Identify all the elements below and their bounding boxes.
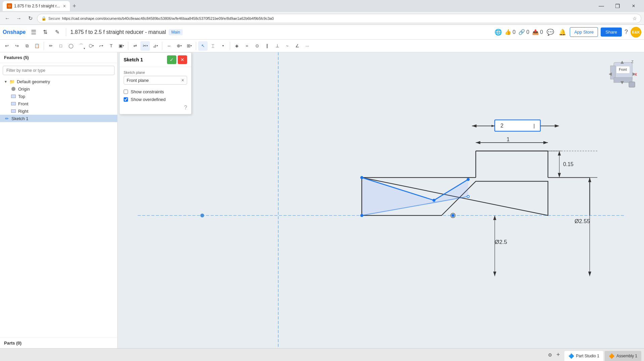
coincident-constraint[interactable]: ⊙: [252, 41, 262, 51]
assembly-tab[interactable]: 🔶 Assembly 1: [605, 351, 641, 361]
arc-tool[interactable]: ⌒▾: [76, 41, 86, 51]
sketch-plane-select[interactable]: Front plane ×: [124, 76, 187, 85]
transform-tool[interactable]: ⊞▾: [184, 41, 194, 51]
tab-title: 1.875 f to 2.5 f straight r...: [14, 4, 60, 8]
assembly-label: Assembly 1: [616, 354, 637, 358]
url-text: https://cad.onshape.com/documents/b40c8e…: [62, 16, 631, 20]
link-button[interactable]: 🔗 0: [518, 29, 529, 35]
header-right: 🌐 👍 0 🔗 0 📤 0 💬 🔔 App Store Share ? E&K: [495, 27, 641, 38]
svg-text:|: |: [533, 123, 535, 128]
front-label: Front: [18, 101, 28, 106]
app-store-button[interactable]: App Store: [570, 27, 598, 37]
svg-point-22: [452, 214, 455, 217]
edit-button[interactable]: ✎: [52, 28, 62, 37]
point-tool[interactable]: •: [218, 41, 228, 51]
show-constraints-checkbox[interactable]: [124, 90, 128, 94]
new-tab-button[interactable]: +: [70, 3, 79, 10]
pencil-tool[interactable]: ✏: [46, 41, 55, 51]
canvas-area[interactable]: Sketch 1 ✓ ✕ Sketch plane Front plane × …: [118, 52, 644, 348]
linear-pattern-tool[interactable]: ↔: [164, 41, 174, 51]
nav-cube[interactable]: Front Z X: [607, 59, 637, 89]
show-overdefined-checkbox[interactable]: [124, 97, 128, 102]
svg-point-17: [360, 176, 363, 179]
notifications-button[interactable]: 🔔: [558, 28, 567, 37]
address-search-button[interactable]: ☆: [633, 16, 637, 21]
svg-rect-53: [610, 66, 615, 79]
mirror-tool[interactable]: ⇌: [130, 41, 140, 51]
address-field[interactable]: 🔒 Secure https://cad.onshape.com/documen…: [37, 14, 641, 23]
close-button[interactable]: ×: [626, 1, 641, 11]
origin-icon: [11, 86, 16, 92]
filter-input[interactable]: [3, 66, 115, 75]
globe-button[interactable]: 🌐: [495, 29, 502, 36]
sketch-cancel-button[interactable]: ✕: [178, 55, 187, 64]
front-face-label: Front: [619, 68, 627, 71]
user-avatar[interactable]: E&K: [631, 27, 641, 38]
construction-tool[interactable]: ⌶: [208, 41, 218, 51]
help-button[interactable]: ?: [625, 29, 628, 36]
undo-button[interactable]: ↩: [2, 41, 11, 51]
back-button[interactable]: ←: [3, 14, 12, 23]
tree-sketch1[interactable]: ✏ Sketch 1: [0, 115, 117, 122]
tree-default-geometry[interactable]: ▼ 📁 Default geometry: [0, 78, 117, 85]
svg-text:Ø2.55: Ø2.55: [574, 218, 590, 224]
assembly-icon: 🔶: [609, 353, 614, 359]
sketch-plane-value: Front plane: [127, 78, 149, 83]
right-label: Right: [18, 109, 28, 114]
sketch-help-button[interactable]: ?: [184, 105, 187, 111]
window-controls: — ❐ ×: [594, 1, 641, 11]
share-button[interactable]: Share: [601, 28, 622, 37]
show-overdefined-option[interactable]: Show overdefined: [124, 96, 187, 103]
perpendicular-constraint[interactable]: ⊥: [272, 41, 282, 51]
rect-tool[interactable]: □: [56, 41, 66, 51]
tree-top[interactable]: Top: [0, 93, 117, 100]
equals-constraint[interactable]: =: [242, 41, 252, 51]
select-tool[interactable]: ↖: [198, 41, 208, 51]
sketch-panel: Sketch 1 ✓ ✕ Sketch plane Front plane × …: [119, 52, 191, 114]
sort-button[interactable]: ⇅: [40, 28, 50, 37]
more-constraints-button[interactable]: ···: [303, 41, 312, 51]
add-tab-button[interactable]: +: [554, 350, 563, 360]
minimize-button[interactable]: —: [594, 1, 609, 11]
svg-text:0.15: 0.15: [563, 161, 573, 167]
paste-button[interactable]: 📋: [32, 41, 42, 51]
active-tab[interactable]: O 1.875 f to 2.5 f straight r... ×: [3, 1, 70, 11]
polygon-tool[interactable]: ⬡▾: [86, 41, 96, 51]
sketch-ok-button[interactable]: ✓: [167, 55, 176, 64]
restore-button[interactable]: ❐: [610, 1, 625, 11]
tools-sep-3: [162, 42, 162, 50]
tab-bar: O 1.875 f to 2.5 f straight r... × + — ❐…: [0, 0, 644, 12]
like-button[interactable]: 👍 0: [505, 29, 516, 35]
text-tool[interactable]: T: [106, 41, 116, 51]
plane-icon-top: [11, 94, 16, 99]
show-constraints-option[interactable]: Show constraints: [124, 88, 187, 96]
frame-tool[interactable]: ▣▾: [117, 41, 126, 51]
angular-constraint[interactable]: ∠: [293, 41, 302, 51]
tree-origin[interactable]: Origin: [0, 85, 117, 93]
canvas-svg[interactable]: 2 | 1 0.15 Ø2.5 Ø2.55: [118, 52, 644, 348]
tangent-constraint[interactable]: ~: [283, 41, 292, 51]
fillet-tool[interactable]: ⌐▾: [96, 41, 106, 51]
redo-button[interactable]: ↪: [12, 41, 22, 51]
tab-close-button[interactable]: ×: [63, 3, 66, 9]
trim-tool[interactable]: ✂▾: [140, 41, 150, 51]
tree-right[interactable]: Right: [0, 107, 117, 115]
refresh-button[interactable]: ↻: [26, 14, 35, 23]
sketch-body: Sketch plane Front plane × Show constrai…: [120, 67, 191, 114]
circular-pattern-tool[interactable]: ⊕▾: [174, 41, 184, 51]
chat-button[interactable]: 💬: [546, 28, 555, 37]
show-constraints-label: Show constraints: [131, 89, 164, 94]
tree-front[interactable]: Front: [0, 100, 117, 107]
part-studio-tab[interactable]: 🔷 Part Studio 1: [564, 351, 603, 361]
circle-tool[interactable]: ◯: [66, 41, 76, 51]
offset-tool[interactable]: ⊿▾: [151, 41, 160, 51]
bottom-settings-button[interactable]: ⚙: [548, 352, 552, 358]
copy-button[interactable]: ⧉: [22, 41, 32, 51]
parallel-constraint[interactable]: ∥: [262, 41, 272, 51]
forward-button[interactable]: →: [14, 14, 24, 23]
plane-clear-button[interactable]: ×: [181, 78, 184, 83]
bottom-bar: ⚙ + 🔷 Part Studio 1 🔶 Assembly 1: [0, 348, 644, 361]
dimension-tool[interactable]: ◈: [232, 41, 242, 51]
hamburger-menu-button[interactable]: ☰: [30, 27, 38, 37]
share-count-button[interactable]: 📤 0: [532, 29, 543, 35]
